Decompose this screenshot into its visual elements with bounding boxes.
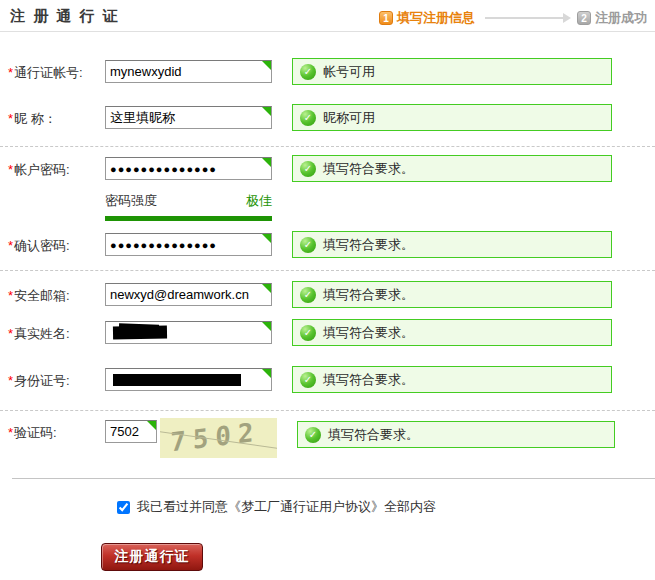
form-row-password: *帐户密码: ✓ 填写符合要求。	[0, 157, 655, 185]
nickname-label: *昵 称：	[8, 110, 57, 128]
password-input[interactable]	[105, 157, 272, 180]
account-input[interactable]	[105, 60, 272, 83]
captcha-field-wrap	[105, 420, 157, 443]
input-corner-triangle-icon	[262, 61, 271, 70]
input-corner-triangle-icon	[262, 369, 271, 378]
agreement-row: 我已看过并同意《梦工厂通行证用户协议》全部内容	[117, 498, 436, 516]
captcha-image: 7502	[160, 418, 277, 458]
check-icon: ✓	[300, 64, 316, 80]
arrow-right-icon	[485, 13, 571, 23]
required-mark: *	[8, 288, 13, 303]
realname-status-text: 填写符合要求。	[323, 324, 414, 342]
idnumber-status-text: 填写符合要求。	[323, 371, 414, 389]
check-icon: ✓	[300, 372, 316, 388]
realname-status-box: ✓ 填写符合要求。	[292, 319, 612, 346]
check-icon: ✓	[305, 427, 321, 443]
idnumber-label: *身份证号:	[8, 372, 70, 390]
confirm-password-label: *确认密码:	[8, 237, 70, 255]
nickname-field-wrap	[105, 106, 272, 129]
form-row-confirm-password: *确认密码: ✓ 填写符合要求。	[0, 233, 655, 261]
check-icon: ✓	[300, 287, 316, 303]
progress-steps: 1 填写注册信息 2 注册成功	[379, 9, 647, 27]
idnumber-status-box: ✓ 填写符合要求。	[292, 366, 612, 393]
redaction-block	[113, 374, 241, 386]
idnumber-field-wrap	[105, 368, 272, 391]
strength-label: 密码强度	[105, 192, 157, 210]
email-input[interactable]	[105, 283, 272, 306]
captcha-label: *验证码:	[8, 424, 57, 442]
input-corner-triangle-icon	[262, 234, 271, 243]
password-status-text: 填写符合要求。	[323, 160, 414, 178]
account-label: *通行证帐号:	[8, 64, 83, 82]
check-icon: ✓	[300, 110, 316, 126]
form-row-email: *安全邮箱: ✓ 填写符合要求。	[0, 283, 655, 311]
form-row-captcha: *验证码: 7502 ✓ 填写符合要求。	[0, 420, 655, 462]
agreement-text: 我已看过并同意《梦工厂通行证用户协议》全部内容	[137, 498, 436, 516]
page-title: 注 册 通 行 证	[10, 7, 120, 26]
confirm-password-input[interactable]	[105, 233, 272, 256]
password-field-wrap	[105, 157, 272, 180]
nickname-input[interactable]	[105, 106, 272, 129]
required-mark: *	[8, 65, 13, 80]
section-divider	[0, 146, 655, 147]
form-row-nickname: *昵 称： ✓ 昵称可用	[0, 106, 655, 134]
page-header: 注 册 通 行 证 1 填写注册信息 2 注册成功	[0, 0, 655, 32]
required-mark: *	[8, 238, 13, 253]
step-2-label: 注册成功	[595, 9, 647, 27]
input-corner-triangle-icon	[262, 322, 271, 331]
agreement-checkbox[interactable]	[117, 501, 130, 514]
step-1-label: 填写注册信息	[397, 9, 475, 27]
password-strength-meter: 密码强度 极佳	[105, 192, 272, 221]
captcha-status-text: 填写符合要求。	[328, 426, 419, 444]
form-row-idnumber: *身份证号: ✓ 填写符合要求。	[0, 368, 655, 396]
register-submit-button[interactable]: 注册通行证	[101, 543, 203, 571]
input-corner-triangle-icon	[147, 421, 156, 430]
input-corner-triangle-icon	[262, 158, 271, 167]
form-row-account: *通行证帐号: ✓ 帐号可用	[0, 60, 655, 88]
input-corner-triangle-icon	[262, 284, 271, 293]
confirm-password-status-box: ✓ 填写符合要求。	[292, 231, 612, 258]
realname-label: *真实姓名:	[8, 325, 70, 343]
step-1-badge: 1	[379, 11, 393, 25]
email-status-text: 填写符合要求。	[323, 286, 414, 304]
registration-page: 注 册 通 行 证 1 填写注册信息 2 注册成功 *通行证帐号: ✓ 帐号可用…	[0, 0, 655, 580]
form-row-realname: *真实姓名: ✓ 填写符合要求。	[0, 321, 655, 349]
captcha-status-box: ✓ 填写符合要求。	[297, 421, 615, 448]
required-mark: *	[8, 425, 13, 440]
required-mark: *	[8, 111, 13, 126]
nickname-status-box: ✓ 昵称可用	[292, 104, 612, 131]
required-mark: *	[8, 326, 13, 341]
account-field-wrap	[105, 60, 272, 83]
input-corner-triangle-icon	[262, 107, 271, 116]
section-divider	[0, 410, 655, 411]
check-icon: ✓	[300, 237, 316, 253]
strength-bar	[105, 216, 272, 221]
email-status-box: ✓ 填写符合要求。	[292, 281, 612, 308]
password-label: *帐户密码:	[8, 161, 70, 179]
section-divider	[0, 270, 655, 271]
check-icon: ✓	[300, 325, 316, 341]
nickname-status-text: 昵称可用	[323, 109, 375, 127]
confirm-password-field-wrap	[105, 233, 272, 256]
footer-divider	[12, 478, 655, 479]
captcha-image-text: 7502	[170, 418, 260, 458]
email-label: *安全邮箱:	[8, 287, 70, 305]
confirm-password-status-text: 填写符合要求。	[323, 236, 414, 254]
required-mark: *	[8, 162, 13, 177]
required-mark: *	[8, 373, 13, 388]
account-status-text: 帐号可用	[323, 63, 375, 81]
account-status-box: ✓ 帐号可用	[292, 58, 612, 85]
realname-field-wrap	[105, 321, 272, 344]
check-icon: ✓	[300, 161, 316, 177]
strength-level: 极佳	[246, 192, 272, 210]
email-field-wrap	[105, 283, 272, 306]
password-status-box: ✓ 填写符合要求。	[292, 155, 612, 182]
step-2-badge: 2	[577, 11, 591, 25]
